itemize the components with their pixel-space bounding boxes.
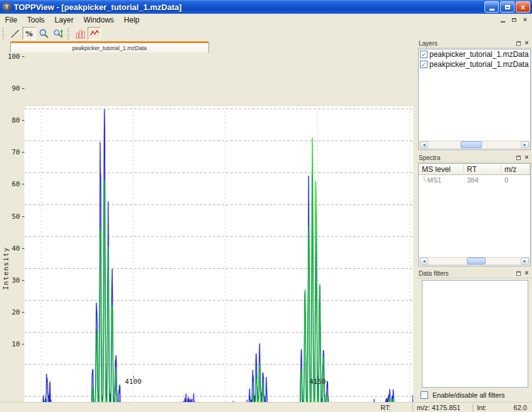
close-icon: × — [521, 3, 526, 11]
y-tick-mark — [22, 88, 24, 89]
mdi-minimize-button[interactable] — [498, 16, 507, 24]
y-tick-label: 90 — [1, 84, 20, 93]
scroll-right-button[interactable]: ▸ — [521, 258, 529, 264]
layers-float-button[interactable] — [515, 40, 522, 47]
restore-icon — [505, 5, 510, 9]
title-bar[interactable]: T TOPPView - [peakpicker_tutorial_1.mzDa… — [0, 0, 532, 14]
menu-file[interactable]: File — [0, 14, 22, 26]
column-header-rt[interactable]: RT — [464, 164, 501, 175]
layer-item[interactable]: ✓peakpicker_tutorial_1.mzData — [419, 49, 530, 59]
spectra-table: MS level RT m/z └MS1 384 0 ◂ ▸ — [418, 163, 531, 266]
enable-all-filters-row: Enable/disable all filters — [421, 391, 505, 399]
rt-cell: 384 — [464, 175, 501, 185]
status-int-field: Int: 62.0 — [473, 404, 531, 411]
y-tick-label: 40 — [1, 244, 20, 253]
toolbar-grip[interactable] — [68, 28, 71, 39]
y-tick-label: 50 — [1, 213, 20, 221]
float-icon — [516, 156, 521, 160]
close-icon: × — [525, 40, 529, 46]
mz-label: m/z: — [417, 404, 430, 411]
y-tick-label: 20 — [1, 308, 20, 316]
menu-windows[interactable]: Windows — [78, 14, 119, 26]
layer-label: peakpicker_tutorial_1.mzData (Bas — [429, 60, 530, 69]
scrollbar-track[interactable] — [428, 141, 521, 148]
spectra-table-header: MS level RT m/z — [419, 164, 530, 175]
close-button[interactable]: × — [516, 1, 530, 13]
spectra-scrollbar[interactable]: ◂ ▸ — [419, 257, 529, 265]
status-rt-field: RT: — [377, 404, 413, 411]
layers-close-button[interactable]: × — [523, 40, 530, 47]
app-icon: T — [3, 3, 11, 11]
spectra-table-row[interactable]: └MS1 384 0 — [419, 175, 530, 185]
data-filters-float-button[interactable] — [515, 270, 522, 277]
data-filters-panel-titlebar[interactable]: Data filters × — [417, 269, 532, 278]
percent-icon: % — [25, 29, 33, 38]
restore-icon — [512, 18, 516, 22]
spectrum-plot-canvas[interactable] — [24, 108, 413, 412]
y-tick-label: 60 — [1, 180, 20, 188]
app-window: T TOPPView - [peakpicker_tutorial_1.mzDa… — [0, 0, 532, 412]
y-tick-label: 10 — [1, 340, 20, 348]
close-icon: × — [525, 154, 529, 161]
menu-tools[interactable]: Tools — [22, 14, 49, 26]
scrollbar-thumb[interactable] — [461, 141, 482, 148]
reset-zoom-button[interactable] — [8, 27, 21, 40]
column-header-mz[interactable]: m/z — [501, 164, 530, 175]
int-value: 62.0 — [486, 404, 527, 411]
toolbar-grip[interactable] — [3, 28, 6, 39]
menu-layer[interactable]: Layer — [49, 14, 78, 26]
layer-item[interactable]: ✓peakpicker_tutorial_1.mzData (Bas — [419, 59, 530, 69]
spectrum-view: Intensity 102030405060708090100 41004150… — [0, 53, 414, 403]
menu-help[interactable]: Help — [119, 14, 145, 26]
magnifier-arrows-icon — [53, 28, 64, 39]
profile-plot-button[interactable] — [88, 27, 101, 40]
magnifier-icon — [38, 28, 49, 39]
scroll-right-button[interactable]: ▸ — [521, 141, 529, 148]
status-fields: RT: m/z: 4175.851 Int: 62.0 — [377, 403, 531, 412]
window-controls: × — [484, 1, 530, 13]
mdi-restore-button[interactable] — [509, 16, 518, 24]
spectra-close-button[interactable]: × — [523, 154, 530, 161]
histogram-bars-icon — [74, 28, 86, 39]
column-header-ms-level[interactable]: MS level — [419, 164, 464, 175]
scrollbar-thumb[interactable] — [467, 258, 486, 264]
y-tick-label: 100 — [1, 53, 20, 61]
data-filters-close-button[interactable]: × — [523, 270, 530, 277]
layer-checkbox[interactable]: ✓ — [420, 51, 427, 58]
line-plot-icon — [89, 28, 100, 39]
scrollbar-track[interactable] — [428, 258, 521, 264]
spectra-float-button[interactable] — [515, 154, 522, 161]
mdi-close-button[interactable]: × — [521, 16, 529, 24]
enable-all-filters-label: Enable/disable all filters — [432, 391, 505, 399]
minimize-button[interactable] — [484, 1, 499, 13]
tab-label: peakpicker_tutorial_1.mzData — [72, 45, 146, 51]
mdi-window-controls: × — [498, 16, 529, 24]
layers-panel-titlebar[interactable]: Layers × — [417, 39, 532, 48]
layers-panel-title: Layers — [419, 40, 514, 47]
tree-branch-icon: └ — [422, 176, 427, 184]
y-tick-mark — [22, 56, 24, 57]
minimize-icon — [501, 21, 505, 23]
scroll-left-button[interactable]: ◂ — [420, 141, 428, 148]
stick-plot-button[interactable] — [73, 27, 86, 40]
minimize-icon — [489, 9, 494, 11]
rt-label: RT: — [381, 404, 391, 411]
zoom-stepper-button[interactable] — [51, 27, 64, 40]
intensity-percentage-button[interactable]: % — [23, 27, 36, 40]
float-icon — [516, 41, 521, 46]
data-filters-list[interactable] — [422, 280, 528, 388]
restore-button[interactable] — [500, 1, 514, 13]
spectra-panel-titlebar[interactable]: Spectra × — [417, 153, 532, 163]
layers-scrollbar[interactable]: ◂ ▸ — [419, 141, 529, 149]
menu-bar: File Tools Layer Windows Help × — [0, 14, 532, 26]
mz-cell: 0 — [501, 175, 530, 185]
status-mz-field: m/z: 4175.851 — [413, 404, 473, 411]
enable-all-filters-checkbox[interactable] — [421, 391, 428, 399]
x-tick-label: 4100 — [120, 378, 147, 386]
layer-checkbox[interactable]: ✓ — [420, 61, 427, 68]
zoom-magnifier-button[interactable] — [37, 27, 50, 40]
x-tick-label: 4150 — [304, 378, 331, 386]
diagonal-line-icon — [9, 28, 21, 39]
tab-spectrum-file[interactable]: peakpicker_tutorial_1.mzData — [10, 41, 209, 53]
scroll-left-button[interactable]: ◂ — [420, 258, 428, 264]
